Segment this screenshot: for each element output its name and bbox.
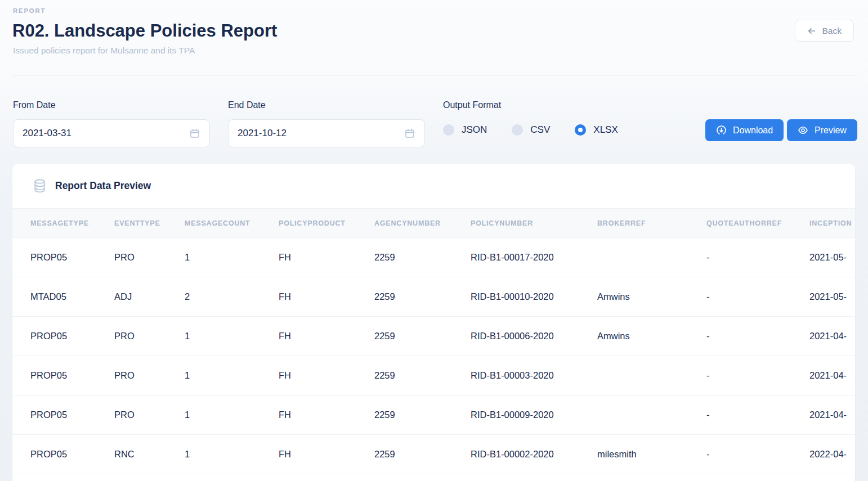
table-cell: PRO bbox=[114, 356, 185, 395]
table-cell: PRO bbox=[114, 238, 185, 277]
column-header: QUOTEAUTHORREF bbox=[706, 209, 809, 238]
table-cell bbox=[597, 395, 706, 435]
table-cell: 2259 bbox=[374, 238, 471, 277]
table-row: PROP05PRO1FH2259RID-B1-00017-2020-2021-0… bbox=[12, 238, 855, 277]
back-button-label: Back bbox=[822, 26, 842, 36]
from-date-label: From Date bbox=[13, 100, 56, 110]
table-cell bbox=[597, 238, 706, 277]
table-cell bbox=[597, 356, 706, 395]
table-row: MTAD05ADJ2FH2259RID-B1-00010-2020Amwins-… bbox=[12, 277, 855, 317]
table-cell: 2259 bbox=[374, 395, 471, 435]
arrow-left-icon bbox=[807, 26, 816, 35]
table-cell: PROP05 bbox=[12, 356, 114, 395]
report-data-table: MESSAGETYPEEVENTTYPEMESSAGECOUNTPOLICYPR… bbox=[12, 208, 855, 474]
table-cell: FH bbox=[279, 317, 374, 356]
table-cell: MTAD05 bbox=[12, 277, 114, 317]
end-date-input[interactable] bbox=[238, 128, 404, 139]
table-cell: - bbox=[706, 356, 809, 395]
table-cell: FH bbox=[279, 277, 374, 317]
table-cell: FH bbox=[279, 238, 374, 277]
calendar-icon[interactable] bbox=[404, 128, 415, 139]
table-row: PROP05PRO1FH2259RID-B1-00006-2020Amwins-… bbox=[12, 317, 855, 356]
preview-button[interactable]: Preview bbox=[787, 119, 857, 141]
table-row: PROP05RNC1FH2259RID-B1-00002-2020milesmi… bbox=[12, 435, 855, 474]
table-cell: 2259 bbox=[374, 435, 471, 474]
table-cell: 2259 bbox=[374, 356, 471, 395]
table-cell: RID-B1-00003-2020 bbox=[471, 356, 597, 395]
table-cell: PROP05 bbox=[12, 435, 114, 474]
table-cell: 1 bbox=[185, 356, 279, 395]
page-title: R02. Landscape Policies Report bbox=[12, 21, 277, 41]
table-cell: 2021-04- bbox=[809, 356, 855, 395]
radio-option-xlsx[interactable]: XLSX bbox=[575, 124, 618, 136]
column-header: EVENTTYPE bbox=[114, 209, 185, 238]
calendar-icon[interactable] bbox=[189, 128, 200, 139]
table-cell: PROP05 bbox=[12, 395, 114, 435]
download-button-label: Download bbox=[733, 125, 773, 136]
from-date-field[interactable] bbox=[13, 119, 210, 147]
report-preview-card: Report Data Preview MESSAGETYPEEVENTTYPE… bbox=[12, 164, 855, 481]
table-cell: - bbox=[706, 317, 809, 356]
table-cell: - bbox=[706, 238, 809, 277]
table-body: PROP05PRO1FH2259RID-B1-00017-2020-2021-0… bbox=[12, 238, 855, 474]
table-cell: Amwins bbox=[597, 317, 706, 356]
table-cell: 2021-04- bbox=[809, 317, 855, 356]
table-cell: RID-B1-00002-2020 bbox=[471, 435, 597, 474]
table-cell: PRO bbox=[114, 317, 185, 356]
card-header: Report Data Preview bbox=[12, 164, 855, 208]
download-button[interactable]: Download bbox=[705, 119, 784, 141]
from-date-input[interactable] bbox=[23, 128, 189, 139]
table-cell: - bbox=[706, 435, 809, 474]
table-row: PROP05PRO1FH2259RID-B1-00009-2020-2021-0… bbox=[12, 395, 855, 435]
eye-icon bbox=[798, 125, 808, 136]
table-cell: 2 bbox=[185, 277, 279, 317]
table-cell: 1 bbox=[185, 317, 279, 356]
column-header: POLICYNUMBER bbox=[471, 209, 597, 238]
column-header: AGENCYNUMBER bbox=[374, 209, 471, 238]
table-cell: RNC bbox=[114, 435, 185, 474]
radio-circle-icon bbox=[512, 124, 523, 136]
table-cell: 1 bbox=[185, 238, 279, 277]
table-cell: RID-B1-00009-2020 bbox=[471, 395, 597, 435]
table-row: PROP05PRO1FH2259RID-B1-00003-2020-2021-0… bbox=[12, 356, 855, 395]
page-subtitle: Issued policies report for Mulsanne and … bbox=[13, 46, 195, 56]
header-divider bbox=[12, 75, 855, 75]
radio-option-json[interactable]: JSON bbox=[443, 124, 487, 136]
column-header: INCEPTION bbox=[809, 209, 855, 238]
table-cell: 2259 bbox=[374, 317, 471, 356]
table-cell: 1 bbox=[185, 395, 279, 435]
table-cell: PROP05 bbox=[12, 238, 114, 277]
table-cell: 2022-04- bbox=[809, 435, 855, 474]
radio-label: JSON bbox=[462, 124, 487, 136]
table-cell: PROP05 bbox=[12, 317, 114, 356]
table-cell: 1 bbox=[185, 435, 279, 474]
table-cell: 2021-05- bbox=[809, 277, 855, 317]
table-cell: RID-B1-00010-2020 bbox=[471, 277, 597, 317]
table-cell: 2021-05- bbox=[809, 238, 855, 277]
output-format-label: Output Format bbox=[443, 100, 501, 110]
table-cell: FH bbox=[279, 435, 374, 474]
back-button[interactable]: Back bbox=[795, 20, 854, 42]
column-header: POLICYPRODUCT bbox=[279, 209, 374, 238]
table-cell: PRO bbox=[114, 395, 185, 435]
end-date-label: End Date bbox=[228, 100, 266, 110]
table-cell: 2021-04- bbox=[809, 395, 855, 435]
radio-circle-icon bbox=[443, 124, 454, 136]
end-date-field[interactable] bbox=[228, 119, 425, 147]
radio-label: XLSX bbox=[593, 124, 618, 136]
column-header: MESSAGECOUNT bbox=[185, 209, 279, 238]
column-header: MESSAGETYPE bbox=[12, 209, 114, 238]
preview-button-label: Preview bbox=[815, 125, 847, 136]
radio-circle-icon bbox=[575, 124, 586, 136]
table-cell: milesmith bbox=[597, 435, 706, 474]
radio-option-csv[interactable]: CSV bbox=[512, 124, 550, 136]
radio-label: CSV bbox=[530, 124, 550, 136]
table-cell: 2259 bbox=[374, 277, 471, 317]
table-head-row: MESSAGETYPEEVENTTYPEMESSAGECOUNTPOLICYPR… bbox=[12, 209, 855, 238]
output-format-group: JSON CSV XLSX bbox=[443, 124, 643, 136]
table-cell: RID-B1-00006-2020 bbox=[471, 317, 597, 356]
report-page: REPORT R02. Landscape Policies Report Is… bbox=[0, 0, 868, 481]
database-icon bbox=[33, 179, 46, 193]
table-cell: - bbox=[706, 277, 809, 317]
table-cell: FH bbox=[279, 356, 374, 395]
